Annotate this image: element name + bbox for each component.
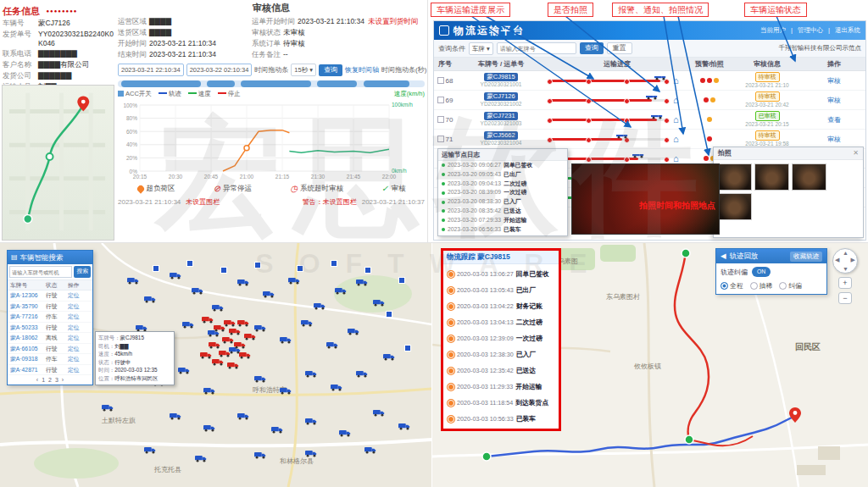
end-time-input[interactable]: 2023-03-22 02:10:34: [186, 64, 253, 76]
truck-marker-blue[interactable]: [212, 304, 224, 312]
close-icon[interactable]: ✕: [853, 147, 859, 159]
photo-thumbnail[interactable]: [717, 193, 752, 220]
plate-search-input[interactable]: [497, 42, 576, 54]
track-correct-toggle[interactable]: ON: [752, 267, 771, 277]
truck-marker-blue[interactable]: [144, 296, 156, 303]
zoom-out-button[interactable]: −: [838, 292, 852, 304]
truck-marker-blue[interactable]: [203, 387, 215, 395]
truck-marker-blue[interactable]: [144, 446, 156, 454]
truck-marker-red[interactable]: [244, 333, 256, 340]
depot-marker[interactable]: [398, 277, 405, 284]
truck-marker-blue[interactable]: [364, 446, 376, 454]
search-result-row[interactable]: 蒙A·42871行驶定位: [8, 365, 92, 376]
locate-link[interactable]: 定位: [68, 302, 90, 312]
playback-option[interactable]: 抽稀: [750, 281, 773, 291]
page-button[interactable]: ›: [62, 377, 64, 383]
track-map-quadrant[interactable]: 乌素图东乌素图村攸攸板镇回民区坝口子村段家窑村 物流跟踪 蒙CJ9815 202…: [432, 243, 868, 487]
search-result-row[interactable]: 蒙A·50233行驶定位: [8, 323, 92, 334]
photo-thumbnail[interactable]: [754, 163, 789, 191]
zoom-in-button[interactable]: +: [838, 277, 852, 289]
truck-marker-red[interactable]: [239, 351, 251, 359]
truck-marker-red[interactable]: [229, 328, 241, 335]
search-type-select[interactable]: 车牌 ▾: [469, 42, 493, 55]
search-result-row[interactable]: 蒙A·09318停车定位: [8, 354, 92, 365]
start-time-input[interactable]: 2023-03-21 22:10:34: [118, 64, 184, 76]
timeline-item[interactable]: 2020-03-03 13:04:13二次过磅: [443, 314, 559, 330]
timeline-item[interactable]: 2020-03-03 13:05:43已出厂: [443, 282, 559, 298]
table-row[interactable]: 68蒙CJ9815YD20230321001⌂待审核2023-03-21 21:…: [434, 71, 865, 91]
row-action[interactable]: 审核: [827, 76, 841, 86]
truck-marker-blue[interactable]: [170, 412, 181, 420]
header-link[interactable]: 退出系统: [835, 26, 860, 34]
depot-marker[interactable]: [364, 267, 371, 274]
truck-marker-blue[interactable]: [182, 321, 194, 329]
timeline-item[interactable]: 2020-03-03 12:35:42已送达: [443, 362, 559, 379]
truck-marker-red[interactable]: [202, 316, 214, 324]
truck-marker-red[interactable]: [227, 362, 239, 369]
truck-marker-blue[interactable]: [271, 426, 283, 434]
row-checkbox[interactable]: [437, 97, 444, 103]
row-action[interactable]: 审核: [827, 96, 841, 105]
truck-marker-blue[interactable]: [326, 341, 338, 349]
timeline-item[interactable]: 2020-03-03 11:29:33开始运输: [443, 379, 559, 395]
truck-marker-blue[interactable]: [331, 384, 342, 391]
favorite-track-button[interactable]: 收藏轨迹: [790, 252, 822, 262]
depot-marker[interactable]: [254, 262, 261, 268]
platform-reset-button[interactable]: 重置: [607, 42, 632, 54]
truck-marker-blue[interactable]: [373, 299, 385, 307]
truck-marker-blue[interactable]: [348, 328, 359, 335]
depot-marker[interactable]: [153, 265, 159, 272]
truck-marker-blue[interactable]: [305, 450, 317, 457]
row-checkbox[interactable]: [437, 77, 444, 84]
truck-marker-blue[interactable]: [254, 375, 266, 383]
acc-timeline-bar[interactable]: [118, 80, 425, 87]
search-result-row[interactable]: 蒙A·66105行驶定位: [8, 344, 92, 355]
depot-marker[interactable]: [220, 267, 227, 274]
page-button[interactable]: ‹: [36, 377, 38, 383]
truck-marker-blue[interactable]: [335, 287, 347, 295]
page-button[interactable]: 3: [55, 377, 58, 383]
locate-link[interactable]: 定位: [68, 291, 90, 301]
radio-icon[interactable]: [721, 282, 728, 290]
depot-marker[interactable]: [186, 260, 193, 267]
playback-option[interactable]: 纠偏: [779, 281, 802, 291]
platform-query-button[interactable]: 查询: [580, 42, 604, 54]
truck-marker-blue[interactable]: [127, 277, 139, 285]
search-result-row[interactable]: 蒙A·35790行驶定位: [8, 302, 92, 313]
search-result-row[interactable]: 蒙A·18062离线定位: [8, 333, 92, 344]
photo-thumbnail[interactable]: [792, 163, 826, 191]
row-checkbox[interactable]: [437, 136, 444, 142]
truck-marker-blue[interactable]: [280, 387, 292, 395]
truck-marker-blue[interactable]: [170, 272, 181, 279]
pan-left-icon[interactable]: ◀: [835, 257, 839, 263]
row-action[interactable]: 审核: [827, 135, 841, 144]
photo-thumbnail[interactable]: [717, 163, 752, 191]
truck-marker-blue[interactable]: [305, 370, 317, 378]
pan-right-icon[interactable]: ▶: [851, 257, 855, 263]
truck-marker-blue[interactable]: [383, 353, 395, 361]
truck-marker-blue[interactable]: [314, 302, 326, 310]
page-button[interactable]: 2: [48, 377, 52, 383]
truck-marker-blue[interactable]: [178, 367, 190, 374]
truck-marker-blue[interactable]: [192, 287, 203, 295]
query-button[interactable]: 查询: [319, 64, 342, 76]
truck-marker-red[interactable]: [212, 358, 224, 366]
truck-marker-red[interactable]: [237, 319, 249, 327]
truck-marker-blue[interactable]: [254, 324, 266, 332]
depot-marker[interactable]: [331, 260, 337, 267]
row-action[interactable]: 查看: [827, 115, 841, 125]
depot-marker[interactable]: [404, 345, 411, 351]
truck-marker-blue[interactable]: [237, 412, 249, 420]
depot-marker[interactable]: [297, 265, 303, 272]
interval-select[interactable]: 15秒 ▾: [291, 64, 316, 76]
truck-marker-blue[interactable]: [263, 291, 275, 298]
reset-timeline-link[interactable]: 恢复时间轴: [345, 65, 379, 75]
back-icon[interactable]: ◀: [721, 249, 726, 263]
map-pan-zoom-control[interactable]: ▲ ▼ ◀ ▶ + −: [832, 248, 858, 304]
truck-marker-blue[interactable]: [356, 370, 368, 378]
truck-marker-blue[interactable]: [305, 418, 317, 425]
locate-link[interactable]: 定位: [68, 323, 90, 333]
locate-link[interactable]: 定位: [68, 333, 90, 343]
timeline-item[interactable]: 2020-03-03 13:04:22财务记账: [443, 298, 559, 314]
radio-icon[interactable]: [779, 282, 787, 290]
